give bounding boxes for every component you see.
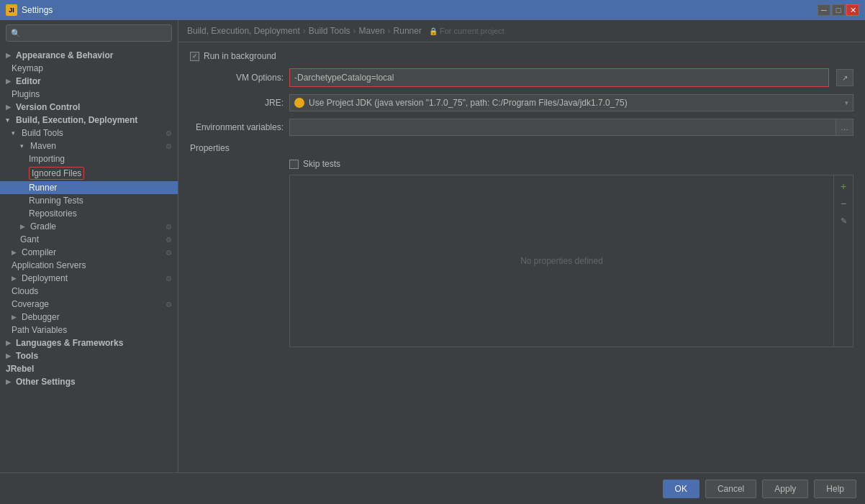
sidebar-item-label: Path Variables	[12, 325, 67, 335]
sidebar-item-label: Running Tests	[29, 196, 83, 206]
minimize-button[interactable]: ─	[818, 4, 830, 16]
sidebar-item-label: Languages & Frameworks	[16, 338, 123, 348]
sidebar-item-label: Runner	[29, 183, 57, 193]
sidebar-item-repositories[interactable]: Repositories	[0, 207, 178, 220]
sidebar-item-label: Clouds	[12, 286, 38, 296]
gear-icon: ⚙	[166, 223, 172, 231]
breadcrumb-suffix: 🔒 For current project	[429, 27, 504, 35]
sidebar-item-label: Application Servers	[12, 260, 86, 270]
arrow-icon: ▶	[6, 378, 13, 385]
sidebar-item-ignored-files[interactable]: Ignored Files	[0, 165, 178, 181]
properties-section-label: Properties	[190, 143, 853, 153]
sidebar-item-importing[interactable]: Importing	[0, 152, 178, 165]
sidebar-item-label: Compiler	[22, 247, 56, 257]
sidebar-item-label: JRebel	[6, 364, 34, 374]
sidebar-item-runner[interactable]: Runner	[0, 181, 178, 194]
sidebar-item-appearance[interactable]: ▶ Appearance & Behavior	[0, 49, 178, 62]
vm-options-row: VM Options: ↗	[190, 68, 853, 87]
breadcrumb-part4: Runner	[394, 26, 422, 36]
sidebar-item-clouds[interactable]: Clouds	[0, 285, 178, 298]
sidebar-item-other-settings[interactable]: ▶ Other Settings	[0, 375, 178, 388]
sidebar-item-gradle[interactable]: ▶ Gradle ⚙	[0, 220, 178, 233]
skip-tests-label: Skip tests	[303, 159, 340, 169]
sidebar-item-build-tools[interactable]: ▾ Build Tools ⚙	[0, 127, 178, 139]
env-variables-label: Environment variables:	[190, 122, 284, 132]
sidebar-item-label: Plugins	[12, 89, 40, 99]
maximize-button[interactable]: □	[832, 4, 845, 16]
sidebar-item-version-control[interactable]: ▶ Version Control	[0, 101, 178, 114]
sidebar-item-coverage[interactable]: Coverage ⚙	[0, 298, 178, 311]
run-in-background-label: Run in background	[204, 51, 276, 61]
sidebar-item-keymap[interactable]: Keymap	[0, 62, 178, 75]
skip-tests-checkbox[interactable]	[289, 160, 299, 169]
sidebar-item-path-variables[interactable]: Path Variables	[0, 324, 178, 336]
sidebar-item-label: Importing	[29, 154, 65, 164]
arrow-icon: ▶	[20, 223, 27, 230]
add-property-button[interactable]: +	[835, 178, 851, 194]
help-button[interactable]: Help	[814, 480, 856, 498]
jre-select[interactable]: Use Project JDK (java version "1.7.0_75"…	[289, 94, 853, 111]
sidebar-item-debugger[interactable]: ▶ Debugger	[0, 311, 178, 324]
sidebar-item-editor[interactable]: ▶ Editor	[0, 75, 178, 88]
vm-options-input[interactable]	[290, 69, 828, 86]
arrow-icon: ▶	[12, 275, 19, 282]
arrow-icon: ▶	[6, 339, 13, 347]
sidebar-item-build-exec-deploy[interactable]: ▾ Build, Execution, Deployment	[0, 114, 178, 127]
content-panel: Build, Execution, Deployment › Build Too…	[178, 20, 865, 472]
arrow-open-icon: ▾	[6, 116, 13, 124]
run-in-background-checkbox[interactable]	[190, 52, 199, 61]
sidebar-item-gant[interactable]: Gant ⚙	[0, 233, 178, 246]
sidebar-item-label: Gant	[20, 234, 39, 244]
sidebar-item-deployment[interactable]: ▶ Deployment ⚙	[0, 272, 178, 285]
sidebar-item-label: Version Control	[16, 102, 80, 112]
sidebar-item-running-tests[interactable]: Running Tests	[0, 194, 178, 207]
gear-icon: ⚙	[166, 236, 172, 244]
jdk-icon	[294, 98, 304, 108]
env-variables-row: Environment variables: …	[190, 119, 853, 136]
dialog-title: Settings	[22, 5, 53, 15]
arrow-icon: ▶	[12, 249, 19, 256]
arrow-open-icon: ▾	[12, 129, 19, 137]
app-icon: JI	[6, 4, 17, 16]
sidebar-item-label: Tools	[16, 351, 38, 361]
no-properties-text: No properties defined	[520, 256, 603, 266]
remove-property-button[interactable]: −	[835, 196, 851, 211]
sidebar-item-tools[interactable]: ▶ Tools	[0, 349, 178, 362]
jre-value: Use Project JDK (java version "1.7.0_75"…	[309, 98, 628, 108]
arrow-icon: ▶	[6, 352, 13, 359]
arrow-icon: ▶	[6, 78, 13, 85]
env-browse-button[interactable]: …	[836, 119, 853, 136]
sidebar-item-languages-frameworks[interactable]: ▶ Languages & Frameworks	[0, 336, 178, 349]
sidebar-item-jrebel[interactable]: JRebel	[0, 362, 178, 375]
breadcrumb-part3: Maven	[359, 26, 385, 36]
cancel-button[interactable]: Cancel	[705, 480, 756, 498]
sidebar: 🔍 ▶ Appearance & Behavior Keymap ▶ Edito…	[0, 20, 178, 472]
arrow-open-icon: ▾	[20, 142, 27, 150]
sidebar-item-label: Ignored Files	[29, 167, 84, 180]
vm-browse-button[interactable]: ↗	[836, 69, 853, 86]
ok-button[interactable]: OK	[663, 480, 699, 498]
run-in-background-row: Run in background	[190, 51, 853, 61]
breadcrumb: Build, Execution, Deployment › Build Too…	[178, 20, 865, 42]
edit-property-button[interactable]: ✎	[835, 213, 851, 229]
sidebar-item-label: Maven	[30, 141, 56, 151]
title-bar: JI Settings ─ □ ✕	[0, 0, 865, 20]
breadcrumb-part1: Build, Execution, Deployment	[187, 26, 300, 36]
gear-icon: ⚙	[166, 249, 172, 257]
sidebar-item-maven[interactable]: ▾ Maven ⚙	[0, 139, 178, 152]
arrow-icon: ▶	[6, 104, 13, 111]
gear-icon: ⚙	[166, 275, 172, 283]
sidebar-item-plugins[interactable]: Plugins	[0, 88, 178, 101]
search-box[interactable]: 🔍	[6, 24, 172, 42]
sidebar-item-compiler[interactable]: ▶ Compiler ⚙	[0, 246, 178, 259]
jre-dropdown-arrow: ▾	[845, 99, 848, 106]
arrow-icon: ▶	[6, 52, 13, 59]
gear-icon: ⚙	[166, 142, 172, 150]
properties-table: No properties defined + − ✎	[289, 175, 853, 347]
env-variables-input[interactable]	[289, 119, 836, 136]
sidebar-item-app-servers[interactable]: Application Servers	[0, 259, 178, 272]
sidebar-item-label: Debugger	[22, 312, 60, 322]
close-button[interactable]: ✕	[846, 4, 859, 16]
apply-button[interactable]: Apply	[762, 480, 808, 498]
sidebar-item-label: Build Tools	[22, 128, 63, 138]
